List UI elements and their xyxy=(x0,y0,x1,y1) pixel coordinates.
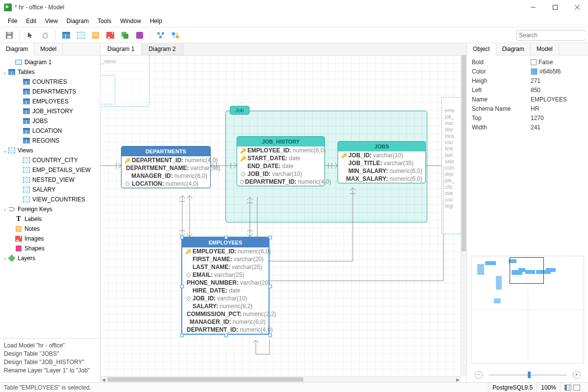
close-button[interactable] xyxy=(566,0,588,15)
layout-single-icon[interactable] xyxy=(573,385,580,391)
column-row[interactable]: FIRST_NAME: varchar(20) xyxy=(182,255,269,263)
minimize-button[interactable] xyxy=(522,0,544,15)
prop-left[interactable]: Left850 xyxy=(467,85,588,95)
new-shape-tool[interactable] xyxy=(119,29,131,42)
column-row[interactable]: DEPARTMENT_ID: numeric(4,0) xyxy=(237,178,324,186)
column-row[interactable]: DEPARTMENT_NAME: varchar(30) xyxy=(122,164,210,172)
column-row[interactable]: 🔑EMPLOYEE_ID: numeric(6,0) xyxy=(182,247,269,255)
left-tab-model[interactable]: Model xyxy=(34,43,63,55)
selection-handle[interactable] xyxy=(180,285,184,288)
column-row[interactable]: MANAGER_ID: numeric(6,0) xyxy=(182,318,269,326)
menu-edit[interactable]: Edit xyxy=(22,16,40,26)
column-row[interactable]: JOB_ID: varchar(10) xyxy=(237,170,324,178)
minimap[interactable] xyxy=(471,256,584,364)
tree-view-view_countries[interactable]: VIEW_COUNTRIES xyxy=(0,195,100,204)
selection-handle[interactable] xyxy=(224,236,228,239)
color-swatch[interactable] xyxy=(531,68,538,75)
canvas-scroll-vertical[interactable] xyxy=(461,55,466,376)
column-row[interactable]: HIRE_DATE: date xyxy=(182,287,269,294)
search-input[interactable] xyxy=(519,32,588,39)
entity-departments[interactable]: DEPARTMENTS🔑DEPARTMENT_ID: numeric(4,0)D… xyxy=(121,146,211,188)
column-row[interactable]: COMMISSION_PCT: numeric(2,2) xyxy=(182,310,269,318)
column-row[interactable]: END_DATE: date xyxy=(237,162,324,170)
menu-window[interactable]: Window xyxy=(116,16,145,26)
column-row[interactable]: MIN_SALARY: numeric(6,0) xyxy=(338,167,425,175)
column-row[interactable]: MAX_SALARY: numeric(6,0) xyxy=(338,175,425,183)
property-grid[interactable]: BoldFalseColor#64b5f6Heigh271Left850Name… xyxy=(467,55,588,134)
column-row[interactable]: LOCATION: numeric(4,0) xyxy=(122,180,210,188)
column-row[interactable]: DEPARTMENT_ID: numeric(4,0) xyxy=(182,326,269,334)
right-tab-model[interactable]: Model xyxy=(531,43,559,55)
selection-handle[interactable] xyxy=(269,334,272,337)
scroll-left-icon[interactable]: ◀ xyxy=(100,377,106,382)
selection-handle[interactable] xyxy=(269,285,272,288)
save-button[interactable] xyxy=(3,29,16,42)
layer-label[interactable]: Job xyxy=(230,106,249,115)
model-tree[interactable]: Diagram 1⌄TablesCOUNTRIESDEPARTMENTSEMPL… xyxy=(0,55,100,338)
left-tab-diagram[interactable]: Diagram xyxy=(0,43,34,55)
pointer-tool[interactable] xyxy=(24,29,37,42)
right-tab-diagram[interactable]: Diagram xyxy=(496,43,531,55)
prop-color[interactable]: Color#64b5f6 xyxy=(467,67,588,76)
column-row[interactable]: 🔑EMPLOYEE_ID: numeric(6,0) xyxy=(237,147,324,154)
hand-tool[interactable] xyxy=(39,29,51,42)
prop-schema-name[interactable]: Schema NameHR xyxy=(467,104,588,113)
selection-handle[interactable] xyxy=(180,236,184,239)
auto-layout-button[interactable] xyxy=(154,29,167,42)
prop-heigh[interactable]: Heigh271 xyxy=(467,76,588,85)
selection-handle[interactable] xyxy=(269,236,272,239)
tree-table-departments[interactable]: DEPARTMENTS xyxy=(0,87,100,97)
doc-tab[interactable]: Diagram 1 xyxy=(100,43,142,55)
new-view-tool[interactable] xyxy=(74,29,87,42)
tree-diagram[interactable]: Diagram 1 xyxy=(0,57,100,67)
tree-table-job_history[interactable]: JOB_HISTORY xyxy=(0,106,100,116)
menu-file[interactable]: File xyxy=(4,16,21,26)
tree-shapes[interactable]: Shapes xyxy=(0,244,100,253)
history-entry[interactable]: Load Model "hr - office" xyxy=(4,342,96,350)
doc-tab[interactable]: Diagram 2 xyxy=(142,43,183,55)
prop-top[interactable]: Top1270 xyxy=(467,113,588,122)
tree-table-countries[interactable]: COUNTRIES xyxy=(0,77,100,87)
tree-table-jobs[interactable]: JOBS xyxy=(0,116,100,126)
column-row[interactable]: EMAIL: varchar(25) xyxy=(182,271,269,279)
tree-table-employees[interactable]: EMPLOYEES xyxy=(0,97,100,106)
layout-panes-icon[interactable] xyxy=(564,385,571,391)
column-row[interactable]: MANAGER_ID: numeric(6,0) xyxy=(122,172,210,180)
entity-job-history[interactable]: JOB_HISTORY🔑EMPLOYEE_ID: numeric(6,0)🔑ST… xyxy=(237,136,325,186)
sync-button[interactable] xyxy=(169,29,182,42)
history-entry[interactable]: Design Table "JOBS" xyxy=(4,350,96,358)
tree-labels[interactable]: TLabels xyxy=(0,214,100,224)
right-tab-object[interactable]: Object xyxy=(467,43,496,55)
new-image-tool[interactable] xyxy=(104,29,117,42)
checkbox-icon[interactable] xyxy=(531,59,537,65)
search-box[interactable] xyxy=(516,30,585,41)
entity-employees[interactable]: EMPLOYEES🔑EMPLOYEE_ID: numeric(6,0)FIRST… xyxy=(181,237,270,335)
scroll-right-icon[interactable]: ▶ xyxy=(455,377,461,382)
tree-view-country_city[interactable]: COUNTRY_CITY xyxy=(0,155,100,165)
column-row[interactable]: 🔑DEPARTMENT_ID: numeric(4,0) xyxy=(122,156,210,164)
column-row[interactable]: JOB_TITLE: varchar(35) xyxy=(338,159,425,167)
tree-view-emp_details_view[interactable]: EMP_DETAILS_VIEW xyxy=(0,165,100,175)
zoom-out-button[interactable]: − xyxy=(475,371,483,379)
tree-notes[interactable]: Notes xyxy=(0,224,100,234)
menu-diagram[interactable]: Diagram xyxy=(63,16,93,26)
selection-handle[interactable] xyxy=(224,334,228,337)
offscreen-entity-left[interactable]: vincenameme xyxy=(100,75,115,104)
offscreen-entity-right[interactable]: empjob_mardeplocacoufirstlastsalacomdepj… xyxy=(441,97,461,234)
diagram-canvas[interactable]: artment_name vincenameme Job xyxy=(100,55,461,376)
column-row[interactable]: JOB_ID: varchar(10) xyxy=(182,294,269,302)
maximize-button[interactable] xyxy=(544,0,566,15)
history-entry[interactable]: Design Table "JOB_HISTORY" xyxy=(4,358,96,367)
tree-table-regoins[interactable]: REGOINS xyxy=(0,136,100,146)
column-row[interactable]: 🔑START_DATE: date xyxy=(237,154,324,162)
menu-view[interactable]: View xyxy=(41,16,62,26)
column-row[interactable]: PHONE_NUMBER: varchar(20) xyxy=(182,279,269,287)
zoom-slider[interactable] xyxy=(489,374,567,376)
tree-layers[interactable]: ›Layers xyxy=(0,253,100,263)
tree-table-location[interactable]: LOCATION xyxy=(0,126,100,136)
zoom-in-button[interactable]: + xyxy=(573,371,581,379)
entity-jobs[interactable]: JOBS🔑JOB_ID: varchar(10)JOB_TITLE: varch… xyxy=(338,141,426,183)
new-table-tool[interactable] xyxy=(60,29,73,42)
prop-bold[interactable]: BoldFalse xyxy=(467,57,588,67)
tree-tables[interactable]: ⌄Tables xyxy=(0,67,100,77)
